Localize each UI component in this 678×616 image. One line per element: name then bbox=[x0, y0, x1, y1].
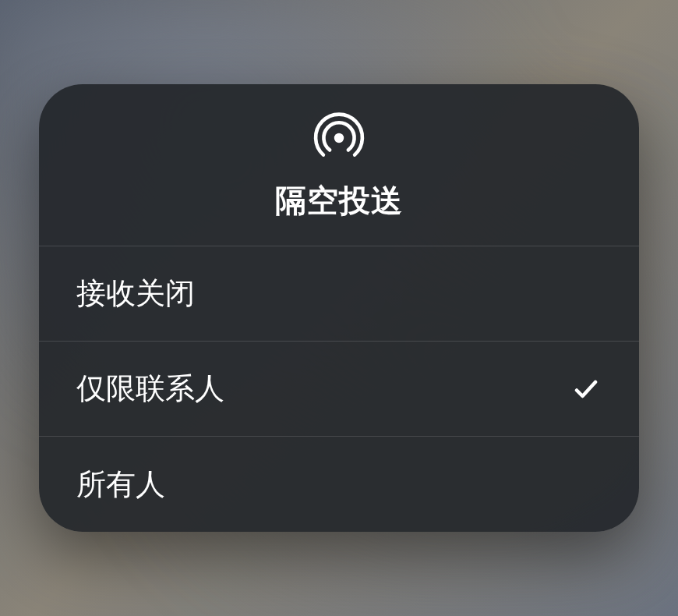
option-receiving-off[interactable]: 接收关闭 bbox=[39, 246, 639, 342]
option-label: 所有人 bbox=[76, 465, 165, 504]
option-label: 仅限联系人 bbox=[76, 369, 224, 409]
svg-point-0 bbox=[334, 133, 344, 143]
options-list: 接收关闭 仅限联系人 所有人 bbox=[39, 246, 639, 532]
checkmark-icon bbox=[570, 373, 602, 405]
panel-header: 隔空投送 bbox=[39, 84, 639, 246]
option-label: 接收关闭 bbox=[76, 274, 195, 313]
panel-title: 隔空投送 bbox=[275, 179, 403, 222]
option-everyone[interactable]: 所有人 bbox=[39, 437, 639, 532]
option-contacts-only[interactable]: 仅限联系人 bbox=[39, 342, 639, 437]
airdrop-panel: 隔空投送 接收关闭 仅限联系人 所有人 bbox=[39, 84, 639, 532]
airdrop-icon bbox=[313, 112, 365, 164]
